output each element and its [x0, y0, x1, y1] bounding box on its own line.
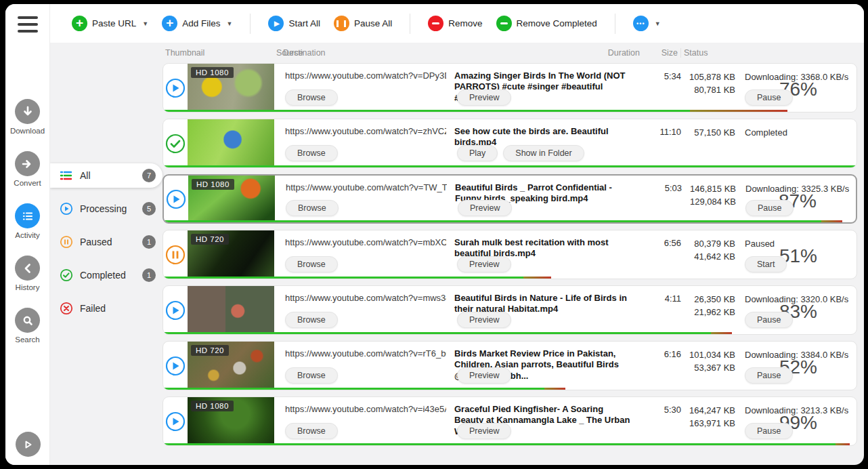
progress-bar-done	[163, 277, 523, 279]
rows-container: HD 1080 https://www.youtube.com/watch?v=…	[162, 63, 860, 446]
duration-value: 5:03	[644, 176, 682, 222]
progress-bar-done	[163, 110, 690, 112]
pause-icon	[334, 16, 349, 31]
add-files-button[interactable]: Add Files ▼	[158, 12, 236, 35]
play-button[interactable]: Play	[457, 145, 498, 161]
filter-completed[interactable]: Completed 1	[50, 263, 162, 287]
pause-circle-icon	[60, 235, 73, 249]
sidebar-item-convert[interactable]: Convert	[10, 151, 45, 187]
browse-button[interactable]: Browse	[285, 89, 338, 106]
paused-state-icon[interactable]	[163, 230, 188, 279]
row-action-button[interactable]: Pause	[745, 89, 793, 106]
row-action-button[interactable]: Pause	[745, 367, 793, 384]
progress-bar-done	[163, 165, 856, 167]
duration-value: 5:30	[643, 397, 681, 445]
size-downloaded: 163,971 KB	[681, 417, 735, 430]
progress-bar-tail	[711, 332, 732, 334]
processing-state-icon[interactable]	[163, 342, 188, 390]
browse-button[interactable]: Browse	[285, 367, 338, 384]
browse-button[interactable]: Browse	[285, 145, 338, 161]
download-row[interactable]: HD 720 https://www.youtube.com/watch?v=m…	[162, 230, 857, 279]
source-url: https://www.youtube.com/watch?v=rT6_b6DL…	[285, 348, 446, 359]
header-thumbnail: Thumbnail	[162, 48, 274, 58]
size-downloaded: 21,962 KB	[681, 306, 735, 319]
arrow-right-icon	[15, 151, 40, 176]
remove-completed-button[interactable]: Remove Completed	[492, 12, 601, 35]
browse-button[interactable]: Browse	[285, 256, 338, 272]
processing-state-icon[interactable]	[163, 64, 188, 112]
download-row[interactable]: HD 1080 https://www.youtube.com/watch?v=…	[162, 396, 857, 446]
filter-failed[interactable]: Failed	[50, 296, 162, 321]
ellipsis-icon	[633, 16, 649, 31]
processing-state-icon[interactable]	[164, 176, 188, 222]
sidebar-item-activity[interactable]: Activity	[10, 203, 45, 239]
play-outline-icon	[21, 438, 35, 451]
preview-button[interactable]: Preview	[457, 423, 511, 439]
chevron-down-icon[interactable]: ▼	[142, 20, 148, 27]
remove-button[interactable]: Remove	[424, 12, 486, 35]
filter-processing[interactable]: Processing 5	[50, 197, 162, 221]
destination-actions: Preview	[458, 200, 512, 216]
filter-paused[interactable]: Paused 1	[50, 230, 162, 254]
preview-button[interactable]: Preview	[458, 200, 512, 216]
filter-all[interactable]: All 7	[50, 163, 162, 188]
size-total: 101,034 KB	[681, 349, 735, 362]
source-url: https://www.youtube.com/watch?v=mws34sb7…	[285, 293, 446, 303]
download-row[interactable]: HD 1080 https://www.youtube.com/watch?v=…	[162, 174, 857, 224]
source-url: https://www.youtube.com/watch?v=i43e5ATJ…	[285, 404, 446, 414]
destination-actions: Preview	[457, 312, 511, 328]
preview-button[interactable]: Preview	[457, 312, 511, 328]
sidebar-item-search[interactable]: Search	[10, 308, 45, 344]
play-icon	[268, 16, 284, 31]
download-row[interactable]: https://www.youtube.com/watch?v=zhVCZ3EW…	[162, 119, 857, 168]
destination-actions: Preview	[457, 89, 511, 106]
show-in-folder-button[interactable]: Show in Folder	[503, 145, 584, 161]
browse-button[interactable]: Browse	[285, 312, 338, 328]
start-all-button[interactable]: Start All	[264, 12, 324, 35]
size-values: 57,150 KB	[681, 119, 735, 167]
pause-all-button[interactable]: Pause All	[330, 12, 396, 35]
row-action-button[interactable]: Start	[745, 256, 787, 272]
progress-bar-done	[164, 220, 821, 222]
row-action-button[interactable]: Pause	[745, 423, 793, 439]
download-row[interactable]: https://www.youtube.com/watch?v=mws34sb7…	[162, 285, 857, 335]
paste-url-button[interactable]: Paste URL ▼	[68, 12, 152, 35]
progress-bar-tail	[836, 443, 849, 445]
toolbar-separator	[250, 14, 251, 34]
search-icon	[15, 308, 40, 333]
progress-bar	[163, 110, 856, 112]
sidebar-item-download[interactable]: Download	[10, 99, 45, 135]
progress-bar-tail	[821, 220, 842, 222]
sidebar-item-label: History	[16, 283, 40, 291]
row-action-button[interactable]: Pause	[745, 200, 794, 216]
toolbar-separator	[410, 14, 410, 34]
browse-button[interactable]: Browse	[286, 200, 339, 216]
row-action-button[interactable]: Pause	[745, 312, 793, 328]
hd-badge: HD 720	[191, 345, 229, 356]
hamburger-menu-icon[interactable]	[17, 15, 39, 34]
preview-button[interactable]: Preview	[457, 89, 511, 106]
mini-player-button[interactable]	[16, 432, 41, 457]
processing-state-icon[interactable]	[163, 286, 188, 334]
completed-state-icon[interactable]	[163, 119, 188, 167]
browse-button[interactable]: Browse	[285, 423, 338, 439]
chevron-down-icon[interactable]: ▼	[655, 20, 661, 27]
download-row[interactable]: HD 720 https://www.youtube.com/watch?v=r…	[162, 341, 857, 390]
preview-button[interactable]: Preview	[457, 367, 511, 384]
processing-state-icon[interactable]	[163, 397, 188, 445]
size-total: 80,379 KB	[681, 238, 735, 251]
chevron-down-icon[interactable]: ▼	[226, 20, 232, 27]
progress-bar-tail	[690, 110, 787, 112]
table-header: Thumbnail Source Destination Duration Si…	[162, 43, 860, 63]
progress-bar	[163, 165, 856, 167]
sidebar-item-history[interactable]: History	[10, 256, 45, 291]
preview-button[interactable]: Preview	[457, 256, 511, 272]
progress-bar-tail	[544, 388, 565, 390]
more-options-button[interactable]: ▼	[629, 12, 665, 35]
size-values: 146,815 KB 129,084 KB	[682, 176, 736, 222]
source-url: https://www.youtube.com/watch?v=mbXOlCf8…	[285, 237, 446, 247]
download-row[interactable]: HD 1080 https://www.youtube.com/watch?v=…	[162, 63, 857, 113]
minus-icon	[496, 16, 512, 31]
x-circle-icon	[60, 302, 73, 315]
size-total: 146,815 KB	[682, 183, 736, 196]
